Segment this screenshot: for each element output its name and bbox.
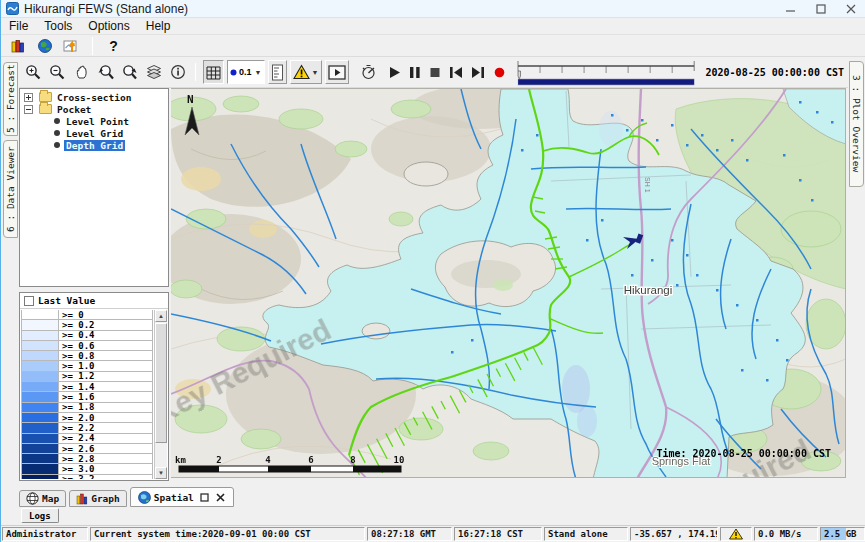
- app-icon: [6, 2, 19, 15]
- menu-help[interactable]: Help: [138, 19, 179, 33]
- status-coordinates: -35.657 , 174.199: [630, 527, 718, 541]
- close-button[interactable]: [836, 0, 865, 18]
- map-canvas[interactable]: API Key Required API Key Required Hikura…: [171, 88, 846, 478]
- legend-row[interactable]: >= 3.0: [21, 464, 153, 474]
- warning-layer-dropdown[interactable]: ▼: [290, 60, 322, 84]
- map-toolbar: 0.1 ▼ ▼: [19, 57, 848, 88]
- tree-item-level-point[interactable]: Level Point: [20, 115, 168, 127]
- legend-row-label: >= 1.6: [59, 392, 153, 402]
- legend-row[interactable]: >= 1.0: [21, 361, 153, 371]
- tree-item-level-grid[interactable]: Level Grid: [20, 127, 168, 139]
- menu-bar: File Tools Options Help: [1, 18, 865, 35]
- folder-icon: [39, 92, 52, 102]
- zoom-next-icon[interactable]: [119, 62, 140, 83]
- zoom-previous-icon[interactable]: [95, 62, 116, 83]
- legend-row-label: >= 1.0: [59, 361, 153, 371]
- legend-swatch: [21, 372, 59, 382]
- svg-text:6: 6: [308, 455, 313, 465]
- legend-row[interactable]: >= 1.4: [21, 382, 153, 392]
- legend-row[interactable]: >= 1.6: [21, 392, 153, 402]
- timeline-slider[interactable]: [516, 58, 696, 86]
- pause-button[interactable]: [410, 67, 420, 78]
- legend-scrollbar[interactable]: ▲ ▼: [154, 310, 167, 479]
- wireframe-globe-icon: [26, 492, 39, 505]
- pan-hand-icon[interactable]: [71, 62, 92, 83]
- svg-text:N: N: [187, 93, 194, 106]
- play-button[interactable]: [390, 67, 400, 78]
- legend-row[interactable]: >= 3.2: [21, 475, 153, 479]
- scroll-up-icon[interactable]: ▲: [155, 310, 167, 322]
- longitudinal-profile-button[interactable]: [268, 60, 287, 84]
- layer-tree: Cross-section Pocket Level Point Level G…: [19, 88, 169, 287]
- tab-map[interactable]: Map: [19, 490, 66, 507]
- legend-row[interactable]: >= 2.8: [21, 454, 153, 464]
- status-local-time: 16:27:18 CST: [454, 527, 542, 541]
- legend-row[interactable]: >= 1.8: [21, 403, 153, 413]
- legend-row[interactable]: >= 2.4: [21, 434, 153, 444]
- left-tab-strip: 5 : Forecast 6 : Data Viewer: [1, 57, 19, 525]
- maximize-button[interactable]: [806, 0, 836, 18]
- animation-export-button[interactable]: [325, 60, 349, 84]
- status-user: Administrator: [2, 527, 88, 541]
- minimize-button[interactable]: [776, 0, 806, 18]
- legend-row[interactable]: >= 0: [21, 310, 153, 320]
- menu-tools[interactable]: Tools: [36, 19, 80, 33]
- maximize-panel-icon[interactable]: [200, 492, 210, 502]
- spatial-display-icon[interactable]: [61, 35, 82, 56]
- zoom-in-icon[interactable]: [23, 62, 44, 83]
- logs-button[interactable]: Logs: [21, 508, 59, 523]
- close-panel-icon[interactable]: [216, 492, 226, 502]
- status-bar: Administrator Current system time:2020-0…: [1, 525, 865, 542]
- database-icon[interactable]: [7, 35, 28, 56]
- legend-swatch: [21, 475, 59, 479]
- legend-row[interactable]: >= 2.2: [21, 423, 153, 433]
- svg-text:10: 10: [394, 455, 405, 465]
- legend-swatch: [21, 423, 59, 433]
- tab-data-viewer[interactable]: 6 : Data Viewer: [3, 140, 18, 238]
- scroll-thumb[interactable]: [155, 323, 167, 443]
- collapse-icon[interactable]: [24, 105, 33, 114]
- tab-graph[interactable]: Graph: [69, 490, 127, 507]
- legend-row-label: >= 0: [59, 310, 153, 320]
- zoom-out-icon[interactable]: [47, 62, 68, 83]
- tree-item-pocket[interactable]: Pocket: [20, 103, 168, 115]
- legend-row[interactable]: >= 2.0: [21, 413, 153, 423]
- menu-options[interactable]: Options: [80, 19, 137, 33]
- legend-row[interactable]: >= 0.4: [21, 331, 153, 341]
- status-warning-indicator[interactable]: [720, 527, 752, 541]
- help-button[interactable]: ?: [103, 35, 124, 56]
- expand-icon[interactable]: [24, 93, 33, 102]
- step-back-button[interactable]: [450, 67, 462, 78]
- grid-display-button[interactable]: [203, 60, 224, 84]
- timeline-handle[interactable]: [518, 71, 521, 79]
- tab-spatial[interactable]: Spatial: [130, 487, 234, 507]
- svg-text:8: 8: [350, 455, 355, 465]
- legend-swatch: [21, 331, 59, 341]
- tab-plot-overview[interactable]: 3 : Plot Overview: [849, 61, 864, 187]
- point-icon: [230, 69, 237, 76]
- globe-icon[interactable]: [34, 35, 55, 56]
- timeline-span-bar: [518, 79, 694, 85]
- info-icon[interactable]: [167, 62, 188, 83]
- last-value-checkbox[interactable]: [24, 296, 34, 306]
- legend-row[interactable]: >= 0.8: [21, 351, 153, 361]
- tree-item-depth-grid[interactable]: Depth Grid: [20, 139, 168, 151]
- interval-dropdown[interactable]: 0.1 ▼: [227, 60, 265, 84]
- layers-icon[interactable]: [143, 62, 164, 83]
- legend-row[interactable]: >= 0.6: [21, 341, 153, 351]
- animation-control-icon[interactable]: [358, 62, 379, 83]
- stop-button[interactable]: [430, 67, 440, 78]
- legend-row[interactable]: >= 1.2: [21, 372, 153, 382]
- legend-rows: >= 0>= 0.2>= 0.4>= 0.6>= 0.8>= 1.0>= 1.2…: [21, 310, 153, 479]
- record-button[interactable]: [494, 67, 505, 78]
- transport-controls: [390, 67, 505, 78]
- tab-forecast[interactable]: 5 : Forecast: [3, 62, 18, 136]
- scroll-down-icon[interactable]: ▼: [155, 467, 167, 479]
- legend-row[interactable]: >= 2.6: [21, 444, 153, 454]
- legend-row-label: >= 1.2: [59, 372, 153, 382]
- right-tab-strip: 3 : Plot Overview: [848, 57, 865, 487]
- svg-text:4: 4: [265, 455, 271, 465]
- step-forward-button[interactable]: [472, 67, 484, 78]
- menu-file[interactable]: File: [1, 19, 36, 33]
- legend-row[interactable]: >= 0.2: [21, 320, 153, 330]
